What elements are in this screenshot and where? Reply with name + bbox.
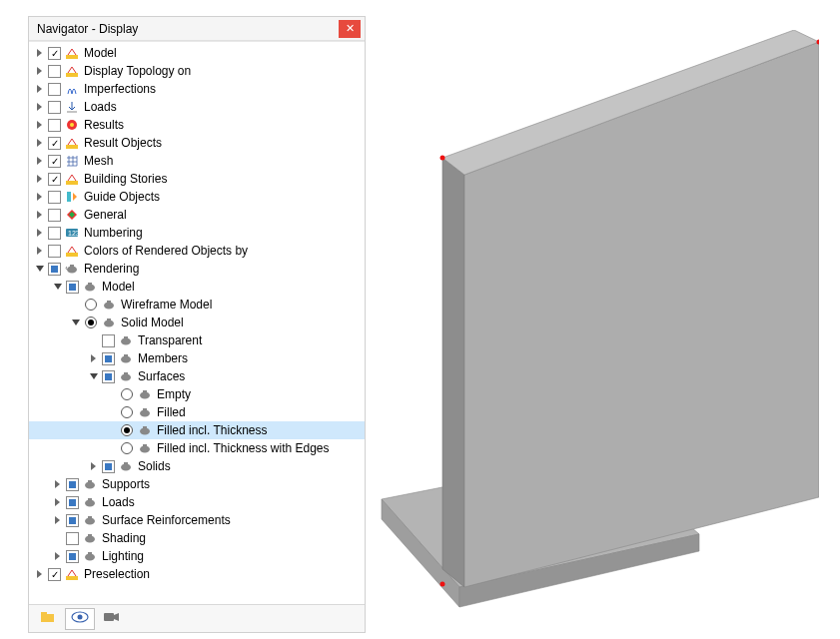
tree-item-transparent[interactable]: Transparent: [29, 331, 365, 349]
radio[interactable]: [85, 317, 97, 328]
expand-toggle[interactable]: [33, 64, 47, 78]
svg-point-13: [70, 123, 74, 127]
expand-toggle[interactable]: [33, 46, 47, 60]
tree-item-surface-reinforcements[interactable]: Surface Reinforcements: [29, 511, 365, 529]
expand-toggle[interactable]: [51, 477, 65, 491]
teapot-icon: [137, 422, 153, 438]
checkbox[interactable]: [66, 550, 79, 563]
tree-item-surf-filled[interactable]: Filled: [29, 403, 365, 421]
checkbox[interactable]: [48, 263, 61, 276]
expand-toggle[interactable]: [33, 190, 47, 204]
tree-item-lighting[interactable]: Lighting: [29, 547, 365, 565]
expand-toggle[interactable]: [51, 495, 65, 509]
checkbox[interactable]: ✓: [48, 155, 61, 168]
tree-item-preselection[interactable]: ✓ Preselection: [29, 565, 365, 583]
expand-toggle[interactable]: [87, 351, 101, 365]
checkbox[interactable]: ✓: [48, 173, 61, 186]
tree-item-surf-filled-thickness[interactable]: Filled incl. Thickness: [29, 421, 365, 439]
tree-item-model[interactable]: ✓ Model: [29, 44, 365, 62]
svg-point-28: [121, 338, 131, 345]
checkbox[interactable]: [102, 334, 115, 347]
expand-toggle[interactable]: [33, 154, 47, 168]
checkbox[interactable]: [48, 83, 61, 96]
tree-item-results[interactable]: Results: [29, 116, 365, 134]
checkbox[interactable]: [66, 281, 79, 294]
tree-item-general[interactable]: General: [29, 206, 365, 224]
tree-item-loads[interactable]: Loads: [29, 98, 365, 116]
expand-toggle[interactable]: [33, 118, 47, 132]
collapse-toggle[interactable]: [33, 262, 47, 276]
svg-point-34: [140, 392, 150, 399]
tab-views[interactable]: [97, 608, 127, 630]
teapot-icon: [82, 279, 98, 295]
checkbox[interactable]: [48, 191, 61, 204]
expand-toggle[interactable]: [33, 226, 47, 240]
checkbox[interactable]: [102, 460, 115, 473]
checkbox[interactable]: [66, 478, 79, 491]
tree-item-wireframe[interactable]: Wireframe Model: [29, 296, 365, 314]
colors-icon: [64, 243, 80, 259]
tree-item-mesh[interactable]: ✓ Mesh: [29, 152, 365, 170]
tree-item-shading[interactable]: Shading: [29, 529, 365, 547]
checkbox[interactable]: [48, 119, 61, 132]
checkbox[interactable]: [102, 370, 115, 383]
checkbox[interactable]: [48, 245, 61, 258]
teapot-icon: [137, 440, 153, 456]
expand-toggle[interactable]: [51, 549, 65, 563]
tree-item-imperfections[interactable]: Imperfections: [29, 80, 365, 98]
checkbox[interactable]: ✓: [48, 568, 61, 581]
tree-item-rendering[interactable]: Rendering: [29, 260, 365, 278]
expand-toggle[interactable]: [33, 567, 47, 581]
expand-toggle[interactable]: [33, 208, 47, 222]
radio[interactable]: [121, 406, 133, 418]
expand-toggle[interactable]: [33, 82, 47, 96]
no-toggle: [105, 387, 119, 401]
collapse-toggle[interactable]: [69, 316, 83, 329]
checkbox[interactable]: ✓: [48, 137, 61, 150]
tree[interactable]: ✓ Model Display Topology on Imperfection…: [29, 41, 365, 604]
close-button[interactable]: ✕: [339, 20, 361, 38]
tree-item-colors-by[interactable]: Colors of Rendered Objects by: [29, 242, 365, 260]
tree-item-result-objects[interactable]: ✓ Result Objects: [29, 134, 365, 152]
radio[interactable]: [121, 424, 133, 436]
expand-toggle[interactable]: [33, 172, 47, 186]
expand-toggle[interactable]: [33, 244, 47, 258]
checkbox[interactable]: [102, 352, 115, 365]
checkbox[interactable]: [48, 209, 61, 222]
checkbox[interactable]: [66, 496, 79, 509]
tree-item-display-topology[interactable]: Display Topology on: [29, 62, 365, 80]
tree-item-solids[interactable]: Solids: [29, 457, 365, 475]
tree-item-guide-objects[interactable]: Guide Objects: [29, 188, 365, 206]
collapse-toggle[interactable]: [51, 280, 65, 294]
checkbox[interactable]: [48, 101, 61, 114]
checkbox[interactable]: [48, 65, 61, 78]
tree-item-solid-model[interactable]: Solid Model: [29, 314, 365, 331]
radio[interactable]: [121, 388, 133, 400]
radio[interactable]: [121, 442, 133, 454]
tree-item-surfaces[interactable]: Surfaces: [29, 367, 365, 385]
checkbox[interactable]: [66, 532, 79, 545]
tab-project[interactable]: [33, 608, 63, 630]
expand-toggle[interactable]: [51, 513, 65, 527]
collapse-toggle[interactable]: [87, 369, 101, 383]
checkbox[interactable]: [48, 227, 61, 240]
expand-toggle[interactable]: [33, 100, 47, 114]
radio[interactable]: [85, 299, 97, 311]
tree-item-r-loads[interactable]: Loads: [29, 493, 365, 511]
tab-display[interactable]: [65, 608, 95, 630]
tree-item-r-model[interactable]: Model: [29, 278, 365, 296]
checkbox[interactable]: ✓: [48, 47, 61, 60]
tree-item-surf-empty[interactable]: Empty: [29, 385, 365, 403]
svg-point-26: [104, 320, 114, 327]
svg-rect-9: [66, 55, 78, 59]
svg-rect-43: [124, 462, 128, 464]
tree-item-building-stories[interactable]: ✓ Building Stories: [29, 170, 365, 188]
tree-item-supports[interactable]: Supports: [29, 475, 365, 493]
expand-toggle[interactable]: [87, 459, 101, 473]
navigator-panel: Navigator - Display ✕ ✓ Model Display To…: [28, 16, 366, 633]
tree-item-members[interactable]: Members: [29, 349, 365, 367]
checkbox[interactable]: [66, 514, 79, 527]
expand-toggle[interactable]: [33, 136, 47, 150]
tree-item-numbering[interactable]: 123 Numbering: [29, 224, 365, 242]
tree-item-surf-filled-thickness-edges[interactable]: Filled incl. Thickness with Edges: [29, 439, 365, 457]
